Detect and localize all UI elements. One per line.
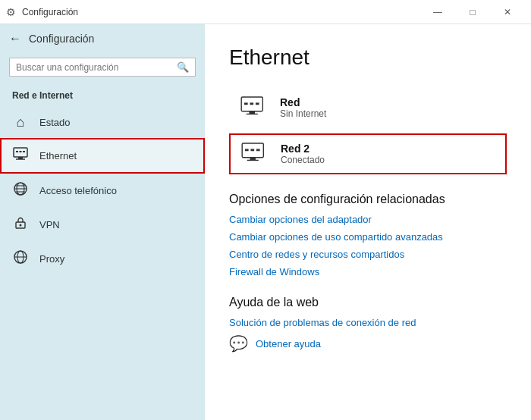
link-firewall[interactable]: Firewall de Windows	[229, 266, 507, 277]
ethernet-icon	[12, 146, 29, 166]
sidebar-item-label-ethernet: Ethernet	[39, 150, 77, 161]
monitor-icon-red1	[240, 96, 269, 119]
title-bar-left: ⚙ Configuración	[6, 6, 78, 18]
title-bar: ⚙ Configuración — □ ✕	[0, 0, 531, 24]
search-input[interactable]	[16, 62, 177, 73]
network-name-red1: Red	[280, 96, 326, 108]
sidebar-item-estado[interactable]: ⌂ Estado	[0, 107, 205, 138]
network-card-red1[interactable]: Red Sin Internet	[229, 88, 507, 127]
help-chat-label: Obtener ayuda	[256, 338, 321, 349]
proxy-icon	[12, 249, 29, 268]
svg-rect-4	[20, 151, 22, 152]
back-button[interactable]: ←	[9, 32, 21, 45]
monitor-icon-red2	[241, 143, 270, 165]
svg-rect-21	[256, 102, 259, 105]
sidebar-item-acceso[interactable]: Acceso telefónico	[0, 174, 205, 208]
settings-icon: ⚙	[6, 6, 16, 18]
content-area: Ethernet Red Sin Internet	[205, 24, 531, 420]
network-info-red1: Red Sin Internet	[280, 96, 326, 119]
sidebar-item-proxy[interactable]: Proxy	[0, 242, 205, 276]
network-status-red1: Sin Internet	[280, 108, 326, 119]
sidebar-item-label-acceso: Acceso telefónico	[39, 185, 117, 196]
link-troubleshoot[interactable]: Solución de problemas de conexión de red	[229, 317, 507, 328]
search-box[interactable]: 🔍	[9, 58, 196, 77]
close-button[interactable]: ✕	[490, 0, 525, 24]
help-chat-item[interactable]: 💬 Obtener ayuda	[229, 334, 507, 353]
svg-rect-26	[250, 149, 254, 151]
sidebar-item-ethernet[interactable]: Ethernet	[0, 138, 205, 174]
page-title: Ethernet	[229, 45, 507, 70]
sidebar-item-label-proxy: Proxy	[39, 253, 64, 265]
phone-icon	[12, 181, 29, 200]
svg-rect-27	[256, 149, 260, 151]
svg-rect-5	[23, 151, 25, 152]
svg-rect-19	[244, 102, 248, 105]
sidebar-header: ← Configuración	[0, 24, 205, 53]
svg-rect-3	[16, 151, 18, 152]
sidebar-item-vpn[interactable]: VPN	[0, 208, 205, 242]
home-icon: ⌂	[12, 114, 29, 130]
link-network-center[interactable]: Centro de redes y recursos compartidos	[229, 249, 507, 260]
sidebar-item-label-estado: Estado	[39, 117, 70, 128]
related-section-title: Opciones de configuración relacionadas	[229, 193, 507, 206]
minimize-button[interactable]: —	[420, 0, 455, 24]
svg-rect-20	[250, 102, 253, 105]
svg-rect-25	[245, 149, 249, 151]
title-bar-controls: — □ ✕	[420, 0, 525, 24]
app-body: ← Configuración 🔍 Red e Internet ⌂ Estad…	[0, 24, 531, 420]
network-name-red2: Red 2	[281, 143, 325, 155]
svg-point-12	[20, 224, 22, 227]
network-status-red2: Conectado	[281, 155, 325, 165]
network-info-red2: Red 2 Conectado	[281, 143, 325, 165]
maximize-button[interactable]: □	[455, 0, 490, 24]
sidebar-app-title: Configuración	[29, 33, 94, 45]
help-section-title: Ayuda de la web	[229, 296, 507, 309]
network-card-red2[interactable]: Red 2 Conectado	[229, 133, 507, 174]
sidebar-section-title: Red e Internet	[0, 86, 205, 107]
sidebar-item-label-vpn: VPN	[39, 219, 60, 230]
search-icon: 🔍	[177, 61, 189, 73]
link-adapter-options[interactable]: Cambiar opciones del adaptador	[229, 214, 507, 225]
vpn-icon	[12, 215, 29, 234]
title-bar-title: Configuración	[22, 7, 78, 17]
sidebar: ← Configuración 🔍 Red e Internet ⌂ Estad…	[0, 24, 205, 420]
link-sharing-options[interactable]: Cambiar opciones de uso compartido avanz…	[229, 231, 507, 243]
chat-icon: 💬	[229, 334, 248, 353]
